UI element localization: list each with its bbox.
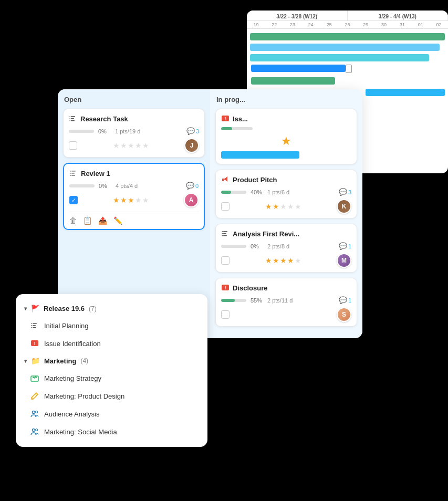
list-item-marketing-social-media[interactable]: Marketing: Social Media	[16, 423, 207, 441]
initial-planning-label: Initial Planning	[44, 322, 89, 330]
comment-count[interactable]: 💬 1	[339, 242, 351, 250]
star-3[interactable]: ★	[280, 256, 287, 265]
marketing-section-header[interactable]: ▾ 📁 Marketing (4)	[16, 352, 207, 369]
comment-count[interactable]: 💬 3	[186, 127, 199, 135]
marketing-social-media-label: Marketing: Social Media	[44, 428, 117, 436]
star-3[interactable]: ★	[280, 202, 287, 211]
comment-count[interactable]: 💬 1	[339, 296, 351, 304]
assignee-avatar: M	[337, 253, 351, 268]
list-item-initial-planning[interactable]: Initial Planning	[16, 317, 207, 335]
svg-text:!: !	[34, 341, 36, 346]
copy-icon[interactable]: 📋	[83, 216, 92, 225]
comment-num: 0	[195, 183, 199, 189]
card-bottom: S	[221, 307, 351, 322]
star-2[interactable]: ★	[273, 202, 279, 211]
star-4[interactable]: ★	[287, 202, 294, 211]
gantt-day: 30	[375, 21, 393, 28]
svg-rect-10	[70, 173, 71, 174]
gantt-day: 01	[411, 21, 430, 28]
star-rating[interactable]: ★ ★ ★ ★ ★	[265, 202, 301, 211]
star-3[interactable]: ★	[128, 141, 134, 150]
delete-icon[interactable]: 🗑	[69, 216, 77, 225]
card-actions: 🗑 📋 📤 ✏️	[69, 212, 199, 225]
card-pts: 1 pts/6 d	[267, 189, 335, 195]
progress-bar-bg	[221, 191, 246, 194]
comment-icon: 💬	[186, 182, 194, 190]
review1-meta: 0% 4 pts/4 d 💬 0	[69, 182, 199, 190]
task-checkbox[interactable]	[221, 202, 230, 211]
release-section-header[interactable]: ▾ 🚩 Release 19.6 (7)	[16, 300, 207, 317]
progress-fill	[221, 299, 235, 302]
star-5[interactable]: ★	[142, 196, 149, 204]
star-4[interactable]: ★	[135, 196, 142, 204]
task-checkbox[interactable]	[221, 256, 230, 265]
star-2[interactable]: ★	[120, 141, 127, 150]
task-checkbox[interactable]: ✓	[69, 196, 78, 204]
kanban-card-disclosure[interactable]: ! Disclosure 55% 2 pts/11 d 💬 1 S	[215, 278, 357, 327]
list-item-issue-identification[interactable]: ! Issue Identification	[16, 335, 207, 352]
comment-num: 3	[196, 128, 199, 134]
analysis-review-meta: 0% 2 pts/8 d 💬 1	[221, 242, 351, 250]
assignee-avatar: K	[337, 199, 351, 214]
star-3[interactable]: ★	[128, 196, 134, 204]
list-item-audience-analysis[interactable]: Audience Analysis	[16, 405, 207, 423]
svg-rect-9	[70, 171, 71, 172]
star-1[interactable]: ★	[265, 202, 272, 211]
star-4[interactable]: ★	[135, 141, 142, 150]
product-pitch-meta: 40% 1 pts/6 d 💬 3	[221, 188, 351, 196]
star-rating[interactable]: ★ ★ ★ ★ ★	[113, 196, 149, 204]
issue-icon: !	[30, 339, 39, 348]
svg-rect-3	[70, 116, 71, 117]
comment-icon: 💬	[339, 242, 347, 250]
svg-rect-19	[222, 233, 223, 234]
comment-num: 3	[348, 189, 351, 195]
comment-count[interactable]: 💬 0	[186, 182, 199, 190]
gantt-days-row: 19 22 23 24 25 26 29 30 31 01 02	[247, 21, 448, 29]
kanban-card-review1[interactable]: Review 1 0% 4 pts/4 d 💬 0 ✓ ★ ★	[63, 163, 205, 230]
gantt-day: 19	[247, 21, 265, 28]
progress-pct: 40%	[251, 189, 263, 195]
card-pts: 1 pts/19 d	[115, 128, 182, 134]
task-checkbox[interactable]	[221, 310, 230, 319]
task-checkbox[interactable]	[69, 141, 77, 150]
gantt-day: 23	[284, 21, 302, 28]
card-bottom: ★ ★ ★ ★ ★ K	[221, 199, 351, 214]
star-4[interactable]: ★	[287, 256, 294, 265]
list-icon	[69, 169, 78, 178]
svg-rect-23	[33, 323, 37, 324]
kanban-card-issue-stub[interactable]: ! Iss... ★	[215, 109, 357, 164]
star-rating[interactable]: ★ ★ ★ ★ ★	[265, 256, 301, 265]
star-1[interactable]: ★	[265, 256, 272, 265]
svg-rect-4	[70, 118, 71, 119]
svg-rect-2	[71, 120, 75, 121]
review1-title: Review 1	[81, 170, 110, 178]
card-pts: 4 pts/4 d	[116, 183, 182, 189]
gantt-day: 22	[265, 21, 284, 28]
gantt-week-2: 3/29 - 4/4 (W13)	[348, 11, 449, 20]
star-5[interactable]: ★	[295, 202, 301, 211]
svg-rect-7	[71, 173, 75, 174]
star-rating[interactable]: ★ ★ ★ ★ ★	[113, 141, 149, 150]
pencil-icon	[30, 392, 39, 400]
edit-icon[interactable]: ✏️	[113, 216, 122, 225]
svg-rect-28	[32, 327, 33, 328]
star-2[interactable]: ★	[273, 256, 279, 265]
kanban-card-analysis-review[interactable]: Analysis First Revi... 0% 2 pts/8 d 💬 1 …	[215, 224, 357, 273]
comment-count[interactable]: 💬 3	[339, 188, 351, 196]
star-5[interactable]: ★	[295, 256, 301, 265]
list-item-marketing-strategy[interactable]: Marketing Strategy	[16, 369, 207, 387]
star-1[interactable]: ★	[113, 196, 120, 204]
assignee-avatar: A	[184, 193, 199, 207]
kanban-card-product-pitch[interactable]: Product Pitch 40% 1 pts/6 d 💬 3 ★ ★ ★	[215, 170, 357, 218]
svg-point-35	[36, 411, 38, 413]
svg-line-32	[35, 394, 37, 395]
star-5[interactable]: ★	[142, 141, 149, 150]
release-count: (7)	[89, 305, 97, 312]
star-2[interactable]: ★	[120, 196, 127, 204]
kanban-card-research-task[interactable]: Research Task 0% 1 pts/19 d 💬 3 ★ ★ ★	[63, 109, 205, 158]
svg-text:!: !	[225, 285, 226, 290]
list-item-marketing-product-design[interactable]: Marketing: Product Design	[16, 387, 207, 405]
share-icon[interactable]: 📤	[98, 216, 107, 225]
star-1[interactable]: ★	[113, 141, 120, 150]
progress-bar-bg	[221, 245, 246, 248]
